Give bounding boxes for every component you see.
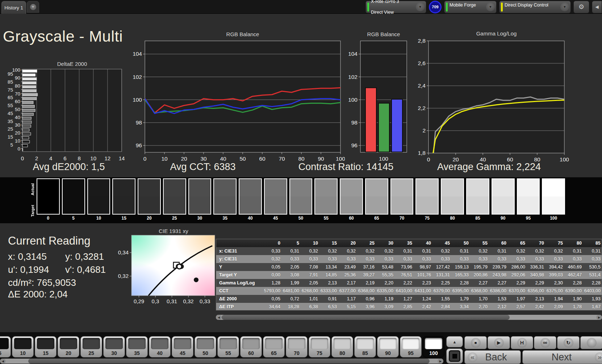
level-button-100[interactable]: 100 bbox=[423, 336, 444, 357]
loop-button[interactable]: ↻ bbox=[557, 336, 580, 349]
meter-dropdown[interactable]: X-Rite i1Pro 3 Direct View ▼ bbox=[365, 1, 426, 13]
actual-swatch bbox=[492, 179, 514, 196]
step-icon: H bbox=[517, 338, 527, 348]
level-button-30[interactable]: 30 bbox=[103, 336, 125, 357]
pattern-up-button[interactable]: ▲ bbox=[446, 336, 463, 347]
level-button-75[interactable]: 75 bbox=[309, 336, 330, 357]
scroll-right-icon[interactable]: ▶ bbox=[438, 359, 443, 364]
level-button-55[interactable]: 55 bbox=[217, 336, 239, 357]
svg-text:35: 35 bbox=[8, 119, 13, 124]
deltae-bar bbox=[22, 133, 31, 135]
table-cell: 2,23 bbox=[414, 279, 433, 287]
table-cell: 200,86 bbox=[471, 271, 489, 279]
infinite-button[interactable]: ∞ bbox=[534, 336, 556, 349]
level-button-10[interactable]: 10 bbox=[12, 336, 34, 357]
bottom-scrollbar-thumb[interactable] bbox=[28, 359, 430, 364]
table-cell: 6390,00 bbox=[565, 287, 584, 295]
table-col-header: 5 bbox=[282, 239, 301, 247]
scroll-right-icon[interactable]: ▶ bbox=[596, 315, 602, 320]
table-cell: 1,01 bbox=[301, 295, 320, 303]
table-cell: 53,48 bbox=[376, 263, 395, 271]
target-swatch bbox=[315, 196, 337, 214]
stat-average-gamma: Average Gamma: 2,224 bbox=[417, 161, 561, 174]
table-cell: 6335,00 bbox=[376, 287, 395, 295]
add-tab-button[interactable]: + bbox=[27, 1, 39, 13]
colorspace-badge[interactable]: 709 bbox=[429, 1, 442, 13]
collapse-panel-button[interactable]: ◀ bbox=[592, 1, 602, 13]
svg-text:2: 2 bbox=[35, 155, 38, 161]
table-cell: 0,72 bbox=[282, 295, 301, 303]
level-button-20[interactable]: 20 bbox=[58, 336, 79, 357]
table-cell: 0,00 bbox=[263, 271, 282, 279]
table-scrollbar[interactable]: ◀ ▶ bbox=[216, 315, 602, 320]
level-button-95[interactable]: 95 bbox=[400, 336, 422, 357]
blank-icon bbox=[587, 338, 597, 348]
step-button[interactable]: H bbox=[511, 336, 533, 349]
display-control-dropdown[interactable]: Direct Display Control ▼ bbox=[499, 1, 571, 13]
table-row-y: Y0,052,057,0813,3423,4937,1653,4873,9698… bbox=[216, 263, 602, 271]
grayscale-swatch-90: 90 bbox=[492, 178, 515, 222]
level-button-25[interactable]: 25 bbox=[80, 336, 102, 357]
level-button-70[interactable]: 70 bbox=[286, 336, 308, 357]
table-cell: 2,13 bbox=[527, 295, 546, 303]
scroll-left-icon[interactable]: ◀ bbox=[216, 315, 222, 320]
svg-text:0: 0 bbox=[143, 156, 147, 162]
reading-v: v': 0,4681 bbox=[65, 264, 106, 275]
level-button-90[interactable]: 90 bbox=[377, 336, 399, 357]
deltae-bar bbox=[22, 109, 35, 112]
level-button-45[interactable]: 45 bbox=[172, 336, 193, 357]
level-label: 10 bbox=[12, 349, 33, 357]
table-col-header: 25 bbox=[358, 239, 376, 247]
level-swatch bbox=[128, 338, 146, 349]
target-swatch bbox=[518, 196, 539, 214]
source-dropdown[interactable]: Mobile Forge ▼ bbox=[444, 1, 497, 13]
actual-swatch bbox=[416, 179, 438, 196]
bottom-scrollbar[interactable]: ◀ ▶ bbox=[0, 359, 443, 364]
plus-icon: + bbox=[30, 4, 36, 10]
level-swatch bbox=[60, 338, 77, 349]
table-cell: 0,32 bbox=[358, 247, 376, 255]
settings-button[interactable]: ⚙ bbox=[573, 1, 589, 13]
rgb-balance-bar-chart: RGB Balance 9698100102104100 bbox=[345, 31, 416, 166]
actual-swatch bbox=[366, 179, 388, 196]
level-button-5[interactable]: 5 bbox=[0, 336, 11, 357]
table-cell: 2,70 bbox=[471, 303, 489, 310]
level-button-60[interactable]: 60 bbox=[240, 336, 262, 357]
table-cell: 0,33 bbox=[301, 255, 320, 263]
square-icon bbox=[449, 350, 460, 362]
transport-controls: ■▶H∞↻ bbox=[464, 336, 602, 349]
level-button-65[interactable]: 65 bbox=[263, 336, 285, 357]
pattern-window-button[interactable] bbox=[446, 348, 463, 364]
level-swatch bbox=[265, 338, 283, 349]
level-button-40[interactable]: 40 bbox=[149, 336, 171, 357]
back-button[interactable]: « Back bbox=[464, 350, 521, 364]
stop-button[interactable]: ■ bbox=[464, 336, 487, 349]
level-button-80[interactable]: 80 bbox=[331, 336, 353, 357]
scroll-left-icon[interactable]: ◀ bbox=[0, 359, 6, 364]
level-button-50[interactable]: 50 bbox=[195, 336, 216, 357]
table-cell: 2,22 bbox=[395, 279, 414, 287]
level-button-15[interactable]: 15 bbox=[35, 336, 57, 357]
swatch-level-label: 60 bbox=[340, 215, 363, 222]
svg-text:50: 50 bbox=[15, 107, 20, 112]
actual-swatch bbox=[164, 179, 185, 196]
level-swatch bbox=[288, 338, 305, 349]
reading-u: u': 0,1994 bbox=[8, 264, 49, 275]
blank-button[interactable] bbox=[580, 336, 602, 349]
table-cell: 23,49 bbox=[339, 263, 358, 271]
table-cell: 195,79 bbox=[471, 263, 489, 271]
table-scrollbar-thumb[interactable] bbox=[222, 315, 510, 320]
swatch-level-label: 20 bbox=[138, 215, 161, 222]
level-button-85[interactable]: 85 bbox=[354, 336, 376, 357]
svg-text:2,2: 2,2 bbox=[418, 105, 426, 111]
grayscale-swatch-15: 15 bbox=[112, 178, 135, 222]
swatch-level-label: 25 bbox=[163, 215, 186, 222]
next-button[interactable]: Next » bbox=[522, 350, 602, 364]
table-row-x-cie31: x: CIE310,330,310,320,320,320,320,320,31… bbox=[216, 247, 602, 255]
level-button-35[interactable]: 35 bbox=[126, 336, 148, 357]
tab-history-1[interactable]: History 1 bbox=[1, 1, 26, 14]
grayscale-swatch-20: 20 bbox=[138, 178, 161, 222]
play-button[interactable]: ▶ bbox=[488, 336, 510, 349]
level-swatch bbox=[197, 338, 214, 349]
level-label: 50 bbox=[195, 349, 216, 357]
